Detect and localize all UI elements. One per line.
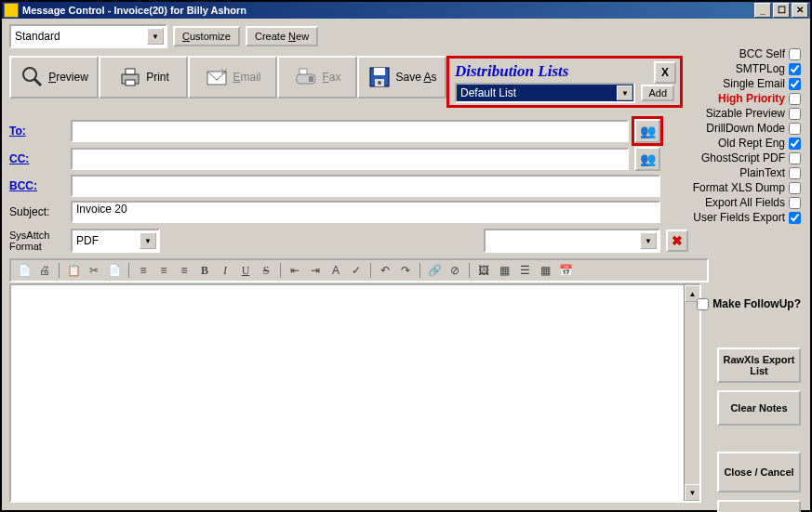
chevron-down-icon: ▼	[617, 85, 632, 100]
to-contacts-button[interactable]: 👥	[634, 119, 660, 143]
envelope-icon	[204, 64, 230, 90]
preset-dropdown[interactable]: Standard ▼	[9, 24, 167, 48]
attachment-dropdown[interactable]: ▼	[484, 229, 660, 253]
align-right-icon[interactable]: ≡	[175, 262, 193, 279]
redo-icon[interactable]: ↷	[396, 262, 415, 279]
fax-button[interactable]: Fax	[277, 56, 357, 98]
single-email-checkbox[interactable]	[789, 78, 801, 90]
save-as-button[interactable]: Save As	[357, 56, 446, 98]
ghostscript-checkbox[interactable]	[789, 152, 801, 164]
strike-button[interactable]: S	[257, 262, 275, 279]
underline-button[interactable]: U	[236, 262, 255, 279]
spell-icon[interactable]: ✓	[347, 262, 366, 279]
distribution-list-dropdown[interactable]: Default List ▼	[455, 83, 635, 103]
high-priority-checkbox[interactable]	[789, 93, 801, 105]
minimize-button[interactable]: _	[754, 3, 771, 18]
floppy-icon	[366, 64, 393, 90]
unlink-icon[interactable]: ⊘	[446, 262, 464, 279]
distribution-add-button[interactable]: Add	[641, 85, 674, 101]
fax-icon	[293, 64, 319, 90]
high-priority-label: High Priority	[718, 92, 785, 105]
cut-icon[interactable]: ✂	[85, 262, 103, 279]
new-doc-icon[interactable]: 📄	[15, 262, 33, 279]
bullets-icon[interactable]: ☰	[515, 262, 534, 279]
cc-contacts-button[interactable]: 👥	[634, 147, 660, 171]
bcc-label[interactable]: BCC:	[9, 179, 65, 192]
bcc-input[interactable]	[71, 175, 660, 197]
format-xls-checkbox[interactable]	[789, 182, 801, 194]
undo-icon[interactable]: ↶	[376, 262, 394, 279]
subject-label: Subject:	[9, 205, 65, 218]
subject-input[interactable]: Invoice 20	[71, 201, 660, 223]
sizable-preview-checkbox[interactable]	[789, 108, 801, 120]
export-all-checkbox[interactable]	[789, 197, 801, 209]
scroll-down-button[interactable]: ▼	[685, 484, 700, 501]
smtplog-checkbox[interactable]	[789, 63, 801, 75]
create-new-button[interactable]: Create New	[246, 26, 318, 46]
drilldown-checkbox[interactable]	[789, 123, 801, 135]
save-as-label: Save As	[395, 71, 436, 84]
message-body-editor[interactable]: ▲ ▼	[9, 283, 701, 503]
font-icon[interactable]: A	[326, 262, 345, 279]
make-followup-checkbox[interactable]	[697, 298, 709, 310]
to-input[interactable]	[71, 120, 629, 142]
close-cancel-button[interactable]: Close / Cancel	[717, 452, 801, 492]
remove-attachment-button[interactable]: ✖	[666, 230, 688, 252]
sysattach-row: SysAttch Format PDF ▼ ▼ ✖	[9, 229, 688, 253]
rawxls-export-button[interactable]: RawXls Export List	[717, 348, 801, 383]
paste-icon[interactable]: 📄	[105, 262, 124, 279]
date-icon[interactable]: 📅	[556, 262, 575, 279]
table-icon[interactable]: ▦	[536, 262, 554, 279]
bold-button[interactable]: B	[195, 262, 214, 279]
sysattach-format-dropdown[interactable]: PDF ▼	[71, 229, 160, 253]
color-icon[interactable]: ▦	[495, 262, 513, 279]
print-button[interactable]: Print	[99, 56, 188, 98]
bcc-self-label: BCC Self	[739, 47, 785, 60]
attachment-path-input[interactable]	[166, 231, 478, 250]
align-center-icon[interactable]: ≡	[154, 262, 173, 279]
sysattach-value: PDF	[76, 234, 99, 247]
address-fields: To: 👥 CC: 👥 BCC: Subject: Invoice 20	[9, 119, 660, 227]
export-all-label: Export All Fields	[705, 196, 785, 209]
maximize-button[interactable]: ☐	[773, 3, 790, 18]
sizable-preview-label: Sizable Preview	[706, 107, 785, 120]
customize-button[interactable]: Customize	[173, 26, 240, 46]
email-button[interactable]: Email	[188, 56, 277, 98]
cc-label[interactable]: CC:	[9, 152, 65, 165]
link-icon[interactable]: 🔗	[425, 262, 444, 279]
close-button[interactable]: Close	[717, 500, 801, 512]
window-title: Message Control - Invoice(20) for Billy …	[22, 5, 754, 16]
svg-point-12	[378, 81, 381, 85]
editor-toolbar: 📄 🖨 📋 ✂ 📄 ≡ ≡ ≡ B I U S ⇤ ⇥ A ✓ ↶ ↷ 🔗 ⊘	[9, 258, 709, 282]
preset-row: Standard ▼ Customize Create New	[9, 24, 803, 48]
user-fields-checkbox[interactable]	[789, 212, 801, 224]
clear-notes-button[interactable]: Clear Notes	[717, 390, 801, 426]
followup-label: Make FollowUp?	[712, 297, 801, 310]
svg-rect-10	[374, 68, 385, 75]
ghostscript-label: GhostScript PDF	[701, 151, 785, 164]
distribution-title: Distribution Lists	[455, 62, 674, 81]
close-window-button[interactable]: ✕	[792, 3, 808, 18]
to-label[interactable]: To:	[9, 125, 65, 138]
distribution-close-button[interactable]: X	[654, 61, 676, 84]
editor-scrollbar[interactable]: ▲ ▼	[684, 285, 699, 501]
printer-icon	[117, 64, 143, 90]
old-rept-eng-checkbox[interactable]	[789, 138, 801, 150]
image-icon[interactable]: 🖼	[474, 262, 493, 279]
options-checklist: BCC Self SMTPLog Single Email High Prior…	[693, 46, 801, 225]
distribution-lists-panel: Distribution Lists X Default List ▼ Add	[446, 56, 683, 108]
outdent-icon[interactable]: ⇤	[286, 262, 304, 279]
sysattach-label: SysAttch Format	[9, 230, 65, 252]
bcc-self-checkbox[interactable]	[789, 48, 801, 60]
smtplog-label: SMTPLog	[736, 62, 785, 75]
preview-button[interactable]: Preview	[9, 56, 99, 98]
align-left-icon[interactable]: ≡	[134, 262, 153, 279]
print-icon[interactable]: 🖨	[35, 262, 54, 279]
copy-icon[interactable]: 📋	[64, 262, 83, 279]
italic-button[interactable]: I	[216, 262, 234, 279]
single-email-label: Single Email	[723, 77, 785, 90]
plaintext-checkbox[interactable]	[789, 167, 801, 179]
titlebar: Message Control - Invoice(20) for Billy …	[2, 2, 810, 19]
cc-input[interactable]	[71, 148, 629, 170]
indent-icon[interactable]: ⇥	[306, 262, 325, 279]
